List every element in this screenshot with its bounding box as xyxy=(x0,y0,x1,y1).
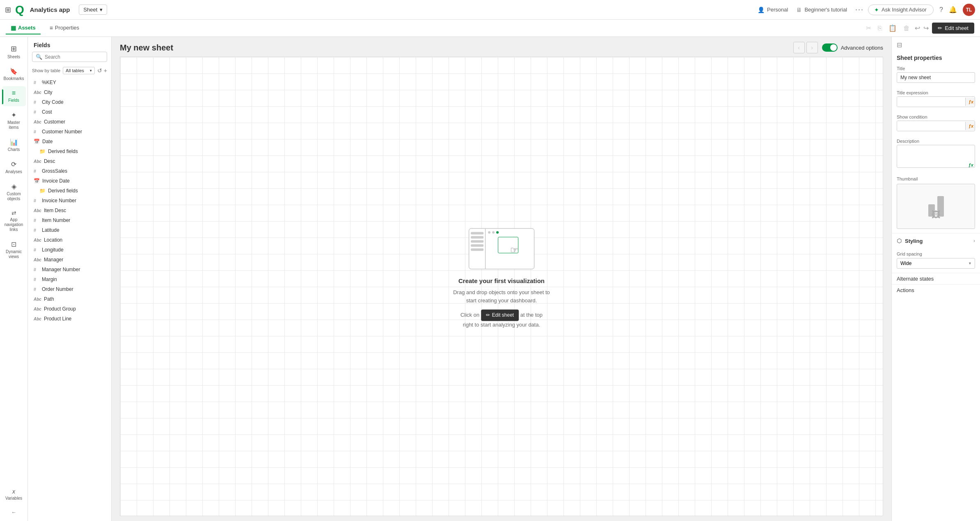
tab-assets[interactable]: ▦ Assets xyxy=(6,22,41,34)
list-item[interactable]: # Margin xyxy=(28,274,111,284)
folder-icon: 📁 xyxy=(39,149,46,154)
list-item[interactable]: # Order Number xyxy=(28,284,111,294)
edit-sheet-button[interactable]: ✏ Edit sheet xyxy=(932,23,974,34)
analyses-label: Analyses xyxy=(5,169,22,174)
list-item[interactable]: # Customer Number xyxy=(28,127,111,137)
styling-chevron-icon: › xyxy=(973,238,975,244)
list-item[interactable]: # %KEY xyxy=(28,78,111,87)
cut-icon[interactable]: ✂ xyxy=(864,23,873,33)
all-tables-select[interactable]: All tables ▾ xyxy=(63,67,95,74)
list-item[interactable]: Abc Desc xyxy=(28,156,111,166)
second-bar: ▦ Assets ≡ Properties ✂ ⎘ 📋 🗑 ↩ ↪ ✏ Edit… xyxy=(0,20,980,37)
abc-icon: Abc xyxy=(34,297,41,302)
delete-icon[interactable]: 🗑 xyxy=(902,24,911,33)
next-sheet-button[interactable]: › xyxy=(806,42,818,53)
list-item[interactable]: 📁 Derived fields xyxy=(28,146,111,156)
right-panel-section-titleexpr: Title expression ƒx xyxy=(892,90,980,111)
bell-icon[interactable]: 🔔 xyxy=(949,6,957,14)
edit-sheet-inline-button[interactable]: ✏ Edit sheet xyxy=(481,309,519,321)
tutorial-nav-item[interactable]: 🖥 Beginner's tutorial xyxy=(796,7,847,13)
show-condition-input[interactable] xyxy=(897,121,965,131)
description-fx-button[interactable]: ƒx xyxy=(969,162,973,167)
toggle-switch[interactable] xyxy=(822,43,838,52)
list-item[interactable]: Abc Location xyxy=(28,235,111,245)
sheet-dropdown[interactable]: Sheet ▾ xyxy=(79,5,107,15)
title-expression-fx-button[interactable]: ƒx xyxy=(965,98,975,106)
grid-canvas[interactable]: ☞ Create your first visualization Drag a… xyxy=(120,57,883,516)
prev-sheet-button[interactable]: ‹ xyxy=(793,42,805,53)
list-item[interactable]: Abc Manager xyxy=(28,255,111,265)
thumbnail-box[interactable]: 🖼 xyxy=(897,184,975,229)
grid-spacing-select[interactable]: Wide Medium Narrow xyxy=(897,258,975,269)
sidebar-item-bookmarks[interactable]: 🔖 Bookmarks xyxy=(2,64,26,85)
list-item[interactable]: # GrossSales xyxy=(28,166,111,176)
customobjects-label: Custom objects xyxy=(5,192,23,201)
list-item[interactable]: # Item Number xyxy=(28,215,111,225)
paste-icon[interactable]: 📋 xyxy=(887,23,898,33)
list-item[interactable]: 📁 Derived fields xyxy=(28,186,111,196)
hash-icon: # xyxy=(34,267,39,272)
sidebar-item-charts[interactable]: 📊 Charts xyxy=(2,135,26,155)
show-condition-fx-button[interactable]: ƒx xyxy=(965,122,975,130)
user-avatar[interactable]: TL xyxy=(963,4,975,16)
list-item[interactable]: Abc Item Desc xyxy=(28,206,111,215)
styling-label: Styling xyxy=(905,238,923,244)
list-item[interactable]: # City Code xyxy=(28,97,111,107)
field-name: Cost xyxy=(42,109,52,115)
list-item[interactable]: # Invoice Number xyxy=(28,196,111,206)
collapse-icon: ← xyxy=(11,509,16,515)
copy-icon[interactable]: ⎘ xyxy=(876,24,884,33)
abc-icon: Abc xyxy=(34,159,41,164)
tab-properties[interactable]: ≡ Properties xyxy=(45,22,84,34)
field-name: Latitude xyxy=(42,227,60,233)
undo-button[interactable]: ↩ xyxy=(915,24,920,32)
sidebar-item-fields[interactable]: ≡ Fields xyxy=(2,86,26,106)
sidebar-item-variables[interactable]: x Variables xyxy=(2,485,26,504)
ask-advisor-input[interactable]: ✦ Ask Insight Advisor xyxy=(868,5,934,15)
actions-row[interactable]: Actions xyxy=(892,284,980,296)
sidebar-item-appnavlinks[interactable]: ⇄ App navigation links xyxy=(2,206,26,235)
personal-nav-item[interactable]: 👤 Personal xyxy=(758,7,788,13)
refresh-icon[interactable]: ↺ xyxy=(97,67,102,74)
list-item[interactable]: Abc City xyxy=(28,87,111,97)
title-expression-input[interactable] xyxy=(897,97,965,107)
table-select-actions: ↺ + xyxy=(97,67,107,74)
sheets-icon: ⊞ xyxy=(11,44,17,53)
sidebar-item-sheets[interactable]: ⊞ Sheets xyxy=(2,41,26,63)
collapse-nav-button[interactable]: ← xyxy=(2,506,26,519)
appnavlinks-label: App navigation links xyxy=(5,217,23,232)
viz-hand-icon: ☞ xyxy=(510,245,518,256)
help-icon[interactable]: ? xyxy=(939,6,943,14)
list-item[interactable]: Abc Path xyxy=(28,294,111,304)
list-item[interactable]: # Cost xyxy=(28,107,111,117)
grid-icon[interactable]: ⊞ xyxy=(5,5,11,14)
list-item[interactable]: 📅 Date xyxy=(28,137,111,146)
list-item[interactable]: Abc Customer xyxy=(28,117,111,127)
sidebar-item-dynamicviews[interactable]: ⊡ Dynamic views xyxy=(2,237,26,263)
field-name: Longitude xyxy=(42,247,64,253)
sidebar-item-masteritems[interactable]: ✦ Master items xyxy=(2,108,26,133)
search-input[interactable] xyxy=(45,54,103,60)
more-button[interactable]: ··· xyxy=(855,5,864,14)
list-item[interactable]: 📅 Invoice Date xyxy=(28,176,111,186)
sheet-canvas: My new sheet ‹ › Advanced options xyxy=(112,37,891,521)
advanced-options-toggle[interactable]: Advanced options xyxy=(822,43,883,52)
styling-row[interactable]: ⬡ Styling › xyxy=(892,233,980,248)
table-select-chevron: ▾ xyxy=(90,69,92,73)
sidebar-item-analyses[interactable]: ⟳ Analyses xyxy=(2,157,26,178)
fields-search-box[interactable]: 🔍 xyxy=(32,52,107,62)
sidebar-item-customobjects[interactable]: ◈ Custom objects xyxy=(2,179,26,205)
redo-button[interactable]: ↪ xyxy=(923,24,929,32)
alternate-states-row[interactable]: Alternate states xyxy=(892,273,980,284)
list-item[interactable]: # Manager Number xyxy=(28,265,111,274)
add-field-icon[interactable]: + xyxy=(104,67,107,74)
title-input[interactable] xyxy=(897,72,975,83)
list-item[interactable]: Abc Product Line xyxy=(28,314,111,324)
thumbnail-image-icon: 🖼 xyxy=(932,210,941,220)
list-item[interactable]: # Longitude xyxy=(28,245,111,255)
description-textarea[interactable] xyxy=(897,145,975,168)
list-item[interactable]: Abc Product Group xyxy=(28,304,111,314)
list-item[interactable]: # Latitude xyxy=(28,225,111,235)
field-name: Manager Number xyxy=(42,267,80,272)
field-name: Order Number xyxy=(42,286,73,292)
